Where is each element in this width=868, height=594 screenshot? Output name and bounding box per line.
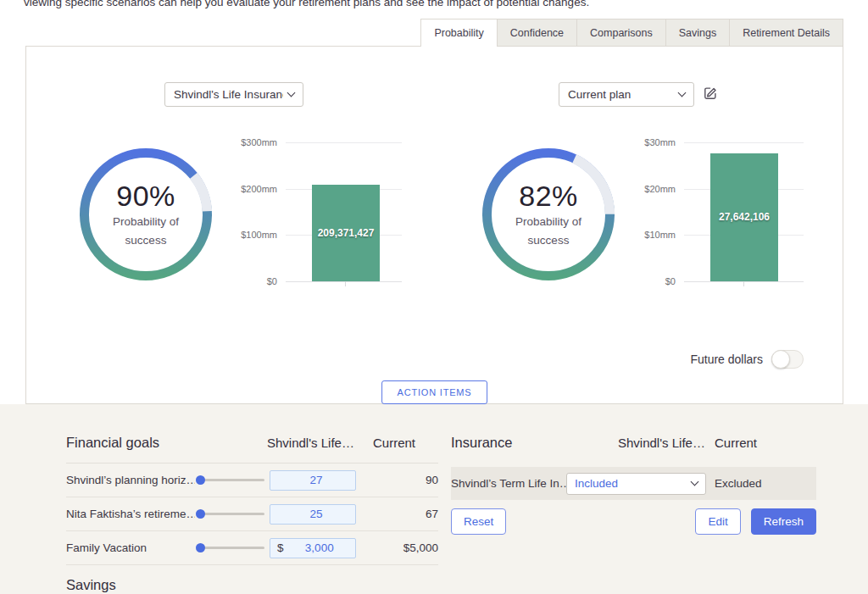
- y-axis-tick: $30mm: [626, 137, 676, 147]
- financial-goals-header: Financial goals Shvindl's Life… Current: [66, 435, 438, 464]
- goal-value-input[interactable]: [277, 508, 355, 520]
- goal-current-value: 67: [356, 508, 438, 520]
- slider-track: [202, 479, 264, 481]
- financial-goals-section: Financial goals Shvindl's Life… Current …: [66, 435, 438, 593]
- goal-label: Nita Faktisha’s retireme…: [66, 508, 195, 520]
- slider-handle[interactable]: [196, 475, 205, 485]
- goal-slider[interactable]: [195, 475, 266, 486]
- chevron-down-icon: [678, 89, 687, 97]
- insurance-current-value: Excluded: [715, 477, 762, 490]
- gridline: [286, 142, 402, 143]
- x-axis-tick: [743, 281, 744, 286]
- goal-current-value: $5,000: [356, 541, 438, 554]
- goal-input-box: $: [270, 538, 356, 558]
- goal-slider[interactable]: [195, 543, 266, 553]
- insurance-label: Shvindl’s Term Life In…: [451, 477, 566, 490]
- y-axis-tick: $100mm: [228, 230, 277, 240]
- goal-row-planning-horizon: Shvindl’s planning horiz… 90: [66, 464, 438, 497]
- gridline: [684, 142, 804, 143]
- y-axis-tick: $0: [228, 276, 277, 286]
- tab-savings[interactable]: Savings: [665, 19, 730, 46]
- probability-donut-scenario: 90% Probability of success: [80, 148, 212, 280]
- chevron-down-icon: [287, 89, 296, 97]
- assets-bar-chart-scenario: $300mm $200mm $100mm $0 209,371,427: [286, 142, 402, 281]
- slider-track: [202, 513, 264, 515]
- x-axis-line: [286, 281, 402, 282]
- y-axis-tick: $200mm: [228, 184, 277, 194]
- probability-percent: 90%: [116, 180, 175, 213]
- x-axis-tick: [345, 281, 346, 286]
- insurance-include-select[interactable]: Included: [566, 473, 706, 495]
- chevron-down-icon: [691, 478, 699, 486]
- insurance-section: Insurance Shvindl's Life… Current Shvind…: [451, 435, 816, 535]
- future-dollars-toggle[interactable]: [771, 350, 804, 369]
- donut-center-text: 90% Probability of success: [80, 148, 212, 280]
- scenario-tabs: Probability Confidence Comparisons Savin…: [421, 19, 843, 46]
- future-dollars-label: Future dollars: [690, 353, 763, 366]
- current-column-header: Current: [715, 436, 757, 450]
- insurance-row-term-life: Shvindl’s Term Life In… Included Exclude…: [451, 467, 816, 500]
- goal-current-value: 90: [356, 474, 438, 486]
- goal-input-box: [270, 504, 356, 525]
- goal-label: Family Vacation: [66, 541, 195, 554]
- y-axis-tick: $300mm: [228, 137, 277, 147]
- probability-panel: Shvindl's Life Insurance P Current plan …: [25, 46, 843, 404]
- tab-retirement-details[interactable]: Retirement Details: [729, 19, 843, 46]
- goal-row-retirement-age: Nita Faktisha’s retireme… 67: [66, 497, 438, 531]
- section-title: Insurance: [451, 435, 512, 450]
- slider-handle[interactable]: [196, 509, 205, 519]
- probability-donut-current: 82% Probability of success: [482, 148, 615, 280]
- reset-button[interactable]: Reset: [451, 508, 506, 535]
- scenario-actions-row: Reset Edit Refresh: [451, 508, 816, 535]
- future-dollars-row: Future dollars: [690, 350, 804, 369]
- refresh-button[interactable]: Refresh: [751, 508, 816, 535]
- assets-bar-chart-current: $30mm $20mm $10mm $0 27,642,106: [684, 142, 804, 281]
- currency-prefix: $: [277, 541, 284, 554]
- probability-percent: 82%: [519, 180, 578, 213]
- action-items-button[interactable]: ACTION ITEMS: [381, 380, 488, 404]
- slider-handle[interactable]: [196, 543, 205, 552]
- donut-caption: Probability of: [515, 213, 581, 231]
- bar-value-label: 27,642,106: [719, 211, 770, 223]
- donut-caption: Probability of: [113, 213, 179, 231]
- current-plan-select-value: Current plan: [568, 88, 674, 101]
- scenario-plan-select-value: Shvindl's Life Insurance P: [174, 88, 283, 101]
- scenario-plan-select[interactable]: Shvindl's Life Insurance P: [164, 82, 303, 107]
- donut-caption: success: [125, 231, 167, 250]
- tab-comparisons[interactable]: Comparisons: [576, 19, 666, 46]
- goal-label: Shvindl’s planning horiz…: [66, 474, 195, 486]
- current-plan-select[interactable]: Current plan: [559, 82, 694, 107]
- assets-bar: 27,642,106: [710, 153, 778, 281]
- goal-slider[interactable]: [195, 509, 266, 519]
- y-axis-tick: $0: [626, 276, 676, 286]
- intro-text: viewing specific scenarios can help you …: [24, 0, 589, 8]
- edit-button[interactable]: Edit: [695, 508, 740, 535]
- savings-section-title: Savings: [66, 577, 438, 593]
- goal-value-input[interactable]: [277, 474, 355, 486]
- section-title: Financial goals: [66, 435, 159, 450]
- goal-value-input[interactable]: [284, 541, 355, 554]
- assets-bar: 209,371,427: [312, 185, 380, 281]
- y-axis-tick: $20mm: [626, 184, 676, 194]
- insurance-header: Insurance Shvindl's Life… Current: [451, 435, 816, 464]
- tab-confidence[interactable]: Confidence: [497, 19, 577, 46]
- insurance-select-value: Included: [575, 477, 687, 490]
- donut-caption: success: [528, 231, 570, 250]
- retirement-scenarios-page: viewing specific scenarios can help you …: [0, 0, 868, 594]
- bar-value-label: 209,371,427: [318, 227, 375, 239]
- goal-row-family-vacation: Family Vacation $ $5,000: [66, 531, 438, 565]
- toggle-knob: [771, 350, 790, 369]
- scenario-column-header: Shvindl's Life…: [267, 436, 354, 450]
- donut-center-text: 82% Probability of success: [482, 148, 615, 280]
- tab-probability[interactable]: Probability: [420, 19, 497, 47]
- y-axis-tick: $10mm: [626, 230, 676, 240]
- current-column-header: Current: [373, 436, 415, 450]
- scenario-column-header: Shvindl's Life…: [618, 436, 705, 450]
- edit-plan-icon[interactable]: [702, 85, 719, 102]
- goal-input-box: [270, 470, 356, 491]
- slider-track: [202, 547, 264, 549]
